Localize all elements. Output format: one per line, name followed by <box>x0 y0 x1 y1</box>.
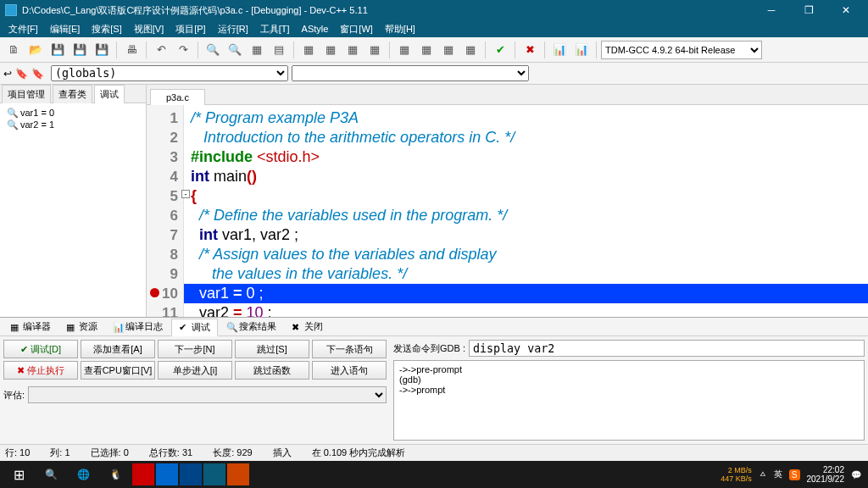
save-as-icon[interactable]: 💾 <box>92 40 112 60</box>
profile-icon[interactable]: 📊 <box>549 40 570 60</box>
watch-tree[interactable]: 🔍var1 = 0🔍var2 = 1 <box>0 103 146 134</box>
ime-icon[interactable]: 英 <box>774 469 782 480</box>
undo-icon[interactable]: ↶ <box>151 40 171 60</box>
debug-check-icon[interactable]: ✔ <box>490 40 510 60</box>
code-line-7[interactable]: int var1, var2 ; <box>191 225 861 245</box>
devcpp-task-icon[interactable] <box>203 463 225 485</box>
code-text[interactable]: /* Program example P3A Introduction to t… <box>184 105 868 317</box>
code-line-6[interactable]: /* Define the variables used in the prog… <box>191 206 861 225</box>
left-tab-0[interactable]: 项目管理 <box>2 85 51 103</box>
code-line-8[interactable]: /* Assign values to the variables and di… <box>191 245 861 264</box>
save-all-icon[interactable]: 💾 <box>70 40 90 60</box>
debug-btn[interactable]: 下一条语句 <box>312 340 387 358</box>
watch-var[interactable]: 🔍var1 = 0 <box>7 107 139 119</box>
bottom-tab-log[interactable]: 📊编译日志 <box>106 319 170 335</box>
clock[interactable]: 22:022021/9/22 <box>807 465 845 484</box>
debug-btn[interactable]: ✔ 调试[D] <box>3 340 78 358</box>
sogou-icon[interactable]: S <box>789 469 800 480</box>
goto-icon[interactable]: ▤ <box>269 40 289 60</box>
app5-icon[interactable] <box>132 463 154 485</box>
bottom-tab-resource[interactable]: ▦资源 <box>59 319 104 335</box>
code-editor[interactable]: 12345-678910111213 /* Program example P3… <box>147 105 868 317</box>
chrome-icon[interactable]: 🌐 <box>68 463 98 486</box>
debug-grid3-icon[interactable]: ▦ <box>438 40 459 60</box>
debug-btn[interactable]: 查看CPU窗口[V] <box>81 361 155 380</box>
replace-icon[interactable]: 🔍 <box>225 40 245 60</box>
left-tab-2[interactable]: 调试 <box>94 85 125 103</box>
bookmark-icon[interactable]: 🔖 <box>15 68 28 80</box>
menu-视图[V][interactable]: 视图[V] <box>129 21 169 37</box>
breakpoint-icon[interactable] <box>150 288 159 297</box>
app9-icon[interactable] <box>227 463 249 485</box>
fold-icon[interactable]: - <box>181 190 190 198</box>
close-button[interactable]: ✕ <box>829 0 863 20</box>
bottom-tab-compiler[interactable]: ▦编译器 <box>3 319 58 335</box>
debug-btn[interactable]: 跳过函数 <box>235 361 309 380</box>
menu-文件[F][interactable]: 文件[F] <box>3 21 43 37</box>
open-file-icon[interactable]: 📂 <box>25 40 46 60</box>
menu-搜索[S][interactable]: 搜索[S] <box>86 21 126 37</box>
code-line-2[interactable]: Introduction to the arithmetic operators… <box>191 128 861 147</box>
debug-btn[interactable]: 下一步[N] <box>158 340 232 358</box>
rebuild-icon[interactable]: ▦ <box>364 40 385 60</box>
menu-项目[P][interactable]: 项目[P] <box>170 21 210 37</box>
find-icon[interactable]: 🔍 <box>203 40 223 60</box>
left-tab-1[interactable]: 查看类 <box>53 85 92 103</box>
debug-btn[interactable]: 进入语句 <box>312 361 387 380</box>
menu-编辑[E][interactable]: 编辑[E] <box>45 21 85 37</box>
profile2-icon[interactable]: 📊 <box>571 40 592 60</box>
print-icon[interactable]: 🖶 <box>121 40 142 60</box>
debug-grid-icon[interactable]: ▦ <box>394 40 415 60</box>
code-line-5[interactable]: { <box>191 186 861 206</box>
menu-运行[R][interactable]: 运行[R] <box>213 21 253 37</box>
debug-btn[interactable]: 跳过[S] <box>235 340 309 358</box>
search-icon[interactable]: 🔍 <box>36 463 66 486</box>
gdb-output[interactable]: ->->pre-prompt(gdb)->->prompt <box>393 360 865 441</box>
scope-select[interactable]: (globals) <box>51 65 288 81</box>
app7-icon[interactable] <box>180 463 202 485</box>
debug-stop-icon[interactable]: ✖ <box>520 40 540 60</box>
code-line-9[interactable]: the values in the variables. */ <box>191 264 861 284</box>
menu-工具[T][interactable]: 工具[T] <box>255 21 295 37</box>
start-button[interactable]: ⊞ <box>3 463 34 486</box>
debug-btn[interactable]: 添加查看[A] <box>81 340 155 358</box>
code-line-11[interactable]: var2 = 10 ; <box>191 303 861 317</box>
line-gutter[interactable]: 12345-678910111213 <box>147 105 184 317</box>
member-select[interactable] <box>292 65 529 81</box>
menu-窗口[W][interactable]: 窗口[W] <box>335 21 378 37</box>
compile-icon[interactable]: ▦ <box>298 40 319 60</box>
menu-AStyle[interactable]: AStyle <box>297 22 334 36</box>
compiler-select[interactable]: TDM-GCC 4.9.2 64-bit Release <box>601 41 762 59</box>
debug-btn[interactable]: 单步进入[i] <box>158 361 232 380</box>
system-tray[interactable]: 2 MB/s447 KB/s ㅿ 英 S 22:022021/9/22 💬 <box>721 465 865 484</box>
code-line-4[interactable]: int main() <box>191 167 861 186</box>
code-line-10[interactable]: var1 = 0 ; <box>184 284 868 303</box>
debug-grid2-icon[interactable]: ▦ <box>416 40 437 60</box>
file-tab-p3a[interactable]: p3a.c <box>150 89 205 105</box>
minimize-button[interactable]: ─ <box>754 0 788 20</box>
bookmark2-icon[interactable]: 🔖 <box>31 68 44 80</box>
save-icon[interactable]: 💾 <box>47 40 68 60</box>
code-line-1[interactable]: /* Program example P3A <box>191 108 861 128</box>
back-nav-icon[interactable]: ↩ <box>3 68 12 80</box>
redo-icon[interactable]: ↷ <box>173 40 193 60</box>
gdb-command-input[interactable] <box>469 340 865 357</box>
debug-grid4-icon[interactable]: ▦ <box>460 40 481 60</box>
bottom-tab-search[interactable]: 🔍搜索结果 <box>220 319 283 335</box>
bottom-tab-debug[interactable]: ✔调试 <box>171 319 218 336</box>
menu-帮助[H][interactable]: 帮助[H] <box>380 21 420 37</box>
run-icon[interactable]: ▦ <box>320 40 341 60</box>
find-in-files-icon[interactable]: ▦ <box>247 40 267 60</box>
code-line-3[interactable]: #include <stdio.h> <box>191 147 861 167</box>
maximize-button[interactable]: ❐ <box>792 0 826 20</box>
debug-btn[interactable]: ✖ 停止执行 <box>3 361 78 380</box>
tray-up-icon[interactable]: ㅿ <box>759 469 767 480</box>
notification-icon[interactable]: 💬 <box>851 470 861 480</box>
bottom-tab-close[interactable]: ✖关闭 <box>285 319 330 335</box>
eval-input[interactable] <box>28 386 387 403</box>
compile-run-icon[interactable]: ▦ <box>342 40 363 60</box>
watch-var[interactable]: 🔍var2 = 1 <box>7 119 139 130</box>
new-file-icon[interactable]: 🗎 <box>3 40 24 60</box>
app6-icon[interactable] <box>156 463 178 485</box>
qq-icon[interactable]: 🐧 <box>100 463 131 486</box>
